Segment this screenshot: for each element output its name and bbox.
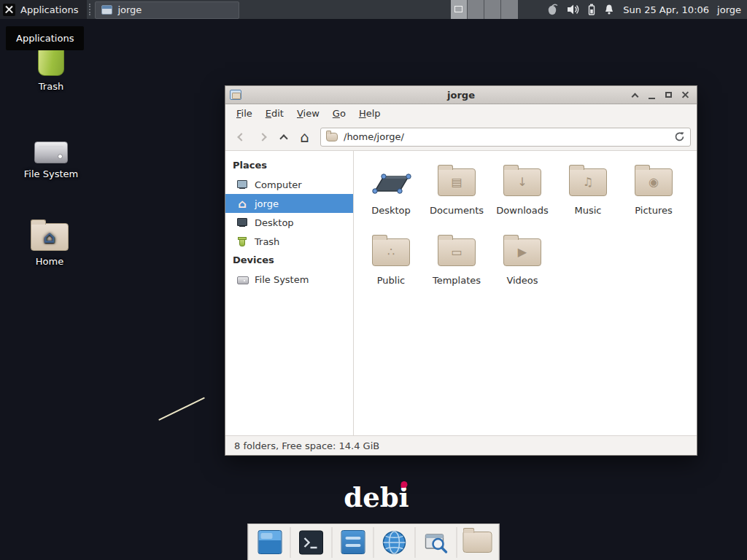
file-manager-folder-icon [463, 532, 492, 553]
system-tray [546, 4, 615, 16]
home-icon [236, 198, 248, 209]
debian-logo-swirl: i [399, 481, 409, 513]
taskbar-window-button[interactable]: jorge [95, 1, 239, 19]
folder-icon: ↓ [503, 168, 541, 196]
file-item-pictures[interactable]: ◉ Pictures [621, 161, 686, 231]
applications-tooltip-text: Applications [16, 33, 74, 44]
window-title: jorge [225, 90, 697, 101]
sidebar-item-jorge[interactable]: jorge [225, 194, 353, 213]
dock-separator [415, 527, 416, 558]
maximize-icon [665, 92, 672, 98]
sidebar-item-file-system[interactable]: File System [225, 270, 353, 289]
path-input[interactable] [344, 131, 668, 142]
launcher-application-finder[interactable] [421, 526, 452, 559]
menu-file[interactable]: File [230, 104, 259, 123]
drive-icon [34, 141, 68, 163]
web-browser-globe-icon [382, 530, 407, 555]
window-titlebar[interactable]: jorge [225, 86, 697, 104]
forward-icon [258, 133, 266, 141]
volume-icon[interactable] [567, 4, 580, 15]
launcher-terminal[interactable] [296, 526, 327, 559]
panel-drag-handle[interactable] [89, 4, 93, 15]
maximize-button[interactable] [661, 88, 676, 102]
up-button[interactable] [274, 127, 293, 147]
desktop-icon-label: Home [19, 256, 80, 267]
workspace-2[interactable] [468, 0, 484, 19]
panel-clock[interactable]: Sun 25 Apr, 10:06 [623, 4, 709, 15]
file-item-desktop[interactable]: Desktop [358, 161, 424, 231]
close-button[interactable] [678, 88, 692, 102]
menu-edit[interactable]: Edit [259, 104, 290, 123]
location-bar[interactable] [320, 128, 691, 147]
tray-app-icon[interactable] [546, 4, 559, 16]
panel-username[interactable]: jorge [717, 4, 741, 15]
shade-button[interactable] [627, 88, 642, 102]
dock-separator [332, 527, 333, 558]
file-item-downloads[interactable]: ↓ Downloads [489, 161, 555, 231]
shade-icon [631, 93, 638, 100]
desktop-icon [236, 217, 248, 228]
workspace-1[interactable] [451, 0, 468, 19]
location-folder-icon [326, 133, 338, 141]
minimize-icon [649, 98, 655, 99]
home-icon: ⌂ [300, 130, 309, 144]
battery-icon[interactable] [588, 4, 595, 15]
dock-separator [290, 527, 291, 558]
file-item-public[interactable]: ∴ Public [358, 231, 424, 301]
applications-menu-label: Applications [20, 4, 78, 15]
sidebar-item-computer[interactable]: Computer [225, 175, 353, 194]
places-header: Places [225, 156, 353, 175]
home-button[interactable]: ⌂ [295, 127, 314, 147]
folder-icon: ◉ [635, 168, 673, 196]
minimize-button[interactable] [644, 88, 659, 102]
menubar: File Edit View Go Help [225, 104, 697, 123]
folder-icon: ▭ [438, 238, 476, 266]
menu-view[interactable]: View [290, 104, 326, 123]
show-desktop-icon [258, 530, 282, 554]
devices-header: Devices [225, 251, 353, 270]
file-item-templates[interactable]: ▭ Templates [424, 231, 489, 301]
file-item-videos[interactable]: ▶ Videos [489, 231, 555, 301]
file-item-music[interactable]: ♫ Music [555, 161, 621, 231]
desktop-icon-file-system[interactable]: File System [20, 125, 82, 179]
launcher-web-browser[interactable] [379, 526, 410, 559]
toolbar: ⌂ [225, 123, 697, 151]
launcher-file-manager[interactable] [462, 526, 493, 559]
workspace-4[interactable] [501, 0, 518, 19]
reload-button[interactable] [674, 131, 685, 142]
menu-go[interactable]: Go [326, 104, 352, 123]
desktop-icon-home[interactable]: ⌂ Home [19, 213, 80, 267]
up-icon [279, 134, 287, 142]
folder-icon: ▤ [438, 168, 476, 196]
settings-icon [341, 530, 365, 554]
file-manager-window: jorge File Edit View Go Help ⌂ Places [225, 85, 697, 456]
desktop-surface-icon [370, 161, 412, 203]
back-button[interactable] [231, 127, 251, 147]
folder-icon: ♫ [569, 168, 607, 196]
taskbar-window-label: jorge [117, 4, 142, 15]
menu-help[interactable]: Help [352, 104, 387, 123]
computer-icon [236, 179, 248, 190]
sidebar: Places Computer jorge Desktop Trash Devi… [225, 151, 354, 435]
launcher-show-desktop[interactable] [255, 526, 285, 559]
notification-bell-icon[interactable] [603, 4, 615, 15]
file-item-documents[interactable]: ▤ Documents [424, 161, 489, 231]
forward-button[interactable] [252, 127, 272, 147]
window-icon [230, 90, 241, 100]
applications-menu-button[interactable]: Applications [0, 0, 87, 19]
documents-emblem-icon: ▤ [438, 169, 475, 195]
applications-tooltip: Applications [6, 26, 84, 50]
top-panel: Applications jorge [0, 0, 747, 19]
sidebar-item-trash[interactable]: Trash [225, 232, 353, 251]
file-list: Desktop ▤ Documents ↓ Downloads ♫ Music … [354, 151, 697, 435]
music-emblem-icon: ♫ [570, 169, 606, 195]
dock-separator [374, 527, 374, 558]
folder-icon: ∴ [372, 238, 410, 266]
workspace-3[interactable] [484, 0, 501, 19]
sidebar-item-desktop[interactable]: Desktop [225, 213, 353, 232]
folder-icon: ▶ [503, 238, 541, 266]
public-emblem-icon: ∴ [373, 239, 409, 265]
launcher-settings[interactable] [338, 526, 368, 559]
downloads-emblem-icon: ↓ [504, 169, 541, 195]
applications-menu-icon [3, 4, 15, 16]
